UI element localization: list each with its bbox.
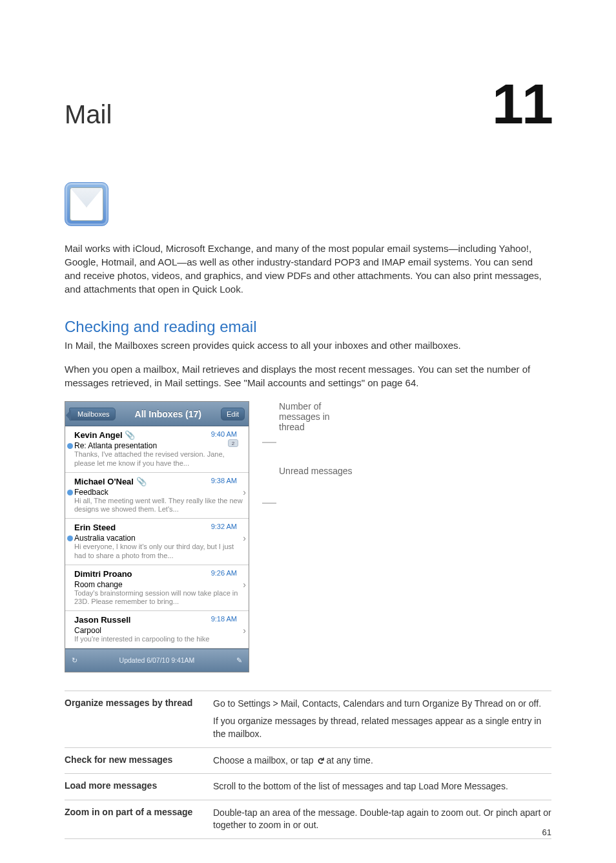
mail-app-icon	[65, 182, 108, 226]
message-subject: Re: Atlanta presentation	[74, 441, 246, 450]
edit-button[interactable]: Edit	[221, 408, 245, 421]
callout-lines	[262, 432, 391, 561]
message-time: 9:26 AM	[211, 569, 237, 577]
attachment-icon: 📎	[125, 430, 135, 440]
message-row[interactable]: Kevin Angel 📎9:40 AM2Re: Atlanta present…	[65, 426, 249, 473]
inbox-title: All Inboxes (17)	[135, 409, 201, 419]
tip-label: Load more messages	[65, 780, 213, 793]
message-row[interactable]: Michael O'Neal 📎9:38 AM›FeedbackHi all, …	[65, 473, 249, 519]
tips-table: Organize messages by threadGo to Setting…	[65, 691, 551, 839]
tip-row: Load more messagesScroll to the bottom o…	[65, 774, 551, 800]
tip-row: Zoom in on part of a messageDouble-tap a…	[65, 800, 551, 839]
section-paragraph: When you open a mailbox, Mail retrieves …	[65, 362, 551, 390]
callout-unread: Unread messages	[279, 466, 353, 476]
refresh-icon[interactable]: ↻	[72, 656, 77, 664]
tip-row: Check for new messagesChoose a mailbox, …	[65, 748, 551, 775]
message-row[interactable]: Jason Russell9:18 AM›CarpoolIf you're in…	[65, 611, 249, 649]
chevron-right-icon: ›	[243, 487, 246, 497]
thread-count-badge: 2	[228, 439, 238, 447]
tip-label: Organize messages by thread	[65, 698, 213, 741]
message-time: 9:38 AM	[211, 477, 237, 484]
attachment-icon: 📎	[136, 477, 147, 486]
message-preview: Hi all, The meeting went well. They real…	[74, 497, 246, 515]
mailboxes-back-button[interactable]: Mailboxes	[69, 408, 116, 421]
toolbar-status: Updated 6/07/10 9:41AM	[119, 656, 195, 664]
tip-body: Go to Settings > Mail, Contacts, Calenda…	[213, 698, 551, 741]
message-preview: Today's brainstorming session will now t…	[74, 589, 246, 607]
intro-paragraph: Mail works with iCloud, Microsoft Exchan…	[65, 242, 551, 296]
message-preview: Thanks, I've attached the revised versio…	[74, 450, 246, 468]
tip-row: Organize messages by threadGo to Setting…	[65, 691, 551, 748]
message-row[interactable]: Dimitri Proano9:26 AM›Room changeToday's…	[65, 565, 249, 612]
unread-dot-icon	[67, 535, 73, 541]
message-subject: Australia vacation	[74, 534, 246, 543]
chevron-right-icon: ›	[243, 579, 246, 590]
compose-icon[interactable]: ✎	[236, 656, 242, 664]
tip-label: Zoom in on part of a message	[65, 807, 213, 832]
callout-thread-c: thread	[279, 422, 330, 432]
message-subject: Feedback	[74, 488, 246, 497]
tip-label: Check for new messages	[65, 754, 213, 767]
chevron-right-icon: ›	[243, 625, 246, 636]
refresh-icon: ↻	[314, 756, 327, 764]
message-preview: Hi everyone, I know it's only our third …	[74, 543, 246, 561]
unread-dot-icon	[67, 490, 73, 495]
message-subject: Carpool	[74, 626, 246, 635]
message-time: 9:40 AM	[211, 430, 237, 438]
page-title: Mail	[65, 100, 112, 129]
section-subtext: In Mail, the Mailboxes screen provides q…	[65, 338, 551, 352]
message-time: 9:18 AM	[211, 615, 237, 623]
section-heading: Checking and reading email	[65, 318, 551, 336]
unread-dot-icon	[67, 443, 73, 449]
chapter-number: 11	[492, 71, 551, 137]
tip-body: Double-tap an area of the message. Doubl…	[213, 807, 551, 832]
message-subject: Room change	[74, 580, 246, 589]
callout-thread-a: Number of	[279, 401, 330, 411]
tip-body: Scroll to the bottom of the list of mess…	[213, 780, 551, 793]
chevron-right-icon: ›	[243, 533, 246, 543]
message-row[interactable]: Erin Steed9:32 AM›Australia vacationHi e…	[65, 519, 249, 565]
callout-thread-b: messages in	[279, 411, 330, 422]
mail-screenshot: Mailboxes All Inboxes (17) Edit Kevin An…	[65, 401, 249, 672]
tip-body: Choose a mailbox, or tap ↻ at any time.	[213, 754, 551, 767]
message-time: 9:32 AM	[211, 523, 237, 530]
message-preview: If you're interested in carpooling to th…	[74, 635, 246, 644]
page-number: 61	[542, 827, 551, 837]
